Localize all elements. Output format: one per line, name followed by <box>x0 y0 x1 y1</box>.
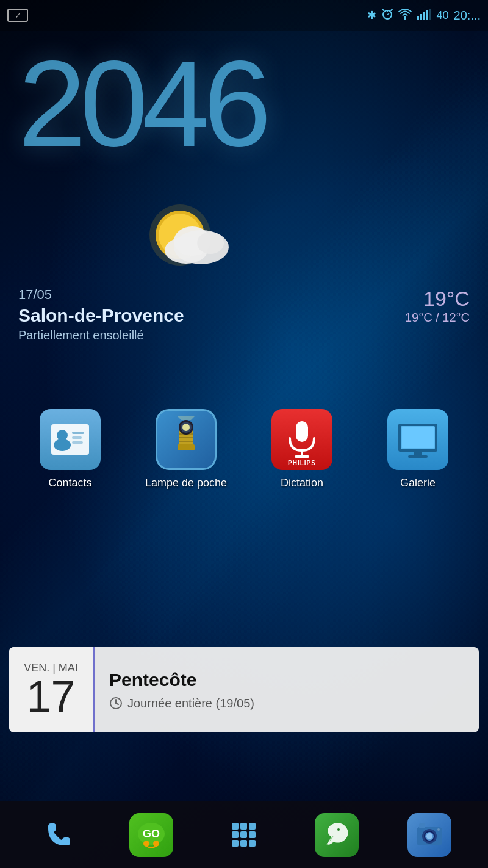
status-bar: ✱ <box>0 0 488 31</box>
svg-rect-21 <box>72 436 82 439</box>
svg-rect-30 <box>179 437 193 438</box>
calendar-date-section: VEN. | MAI 17 <box>9 647 95 732</box>
svg-rect-24 <box>178 444 195 450</box>
weather-temperature: 19°C <box>405 287 470 311</box>
svg-rect-37 <box>402 427 434 448</box>
svg-rect-52 <box>240 831 247 838</box>
wifi-icon <box>398 9 412 23</box>
dock-item-phone[interactable] <box>34 811 83 859</box>
app-drawer-icon <box>228 819 260 851</box>
svg-rect-17 <box>51 424 89 455</box>
dolphin-icon <box>320 819 353 852</box>
gallery-icon <box>387 409 448 470</box>
flashlight-icon <box>156 409 217 470</box>
svg-point-16 <box>197 232 224 254</box>
calendar-widget[interactable]: VEN. | MAI 17 Pentecôte Journée entière … <box>9 647 479 732</box>
weather-range: 19°C / 12°C <box>405 311 470 325</box>
dock-item-go-sms[interactable]: GO <box>127 811 176 859</box>
svg-rect-9 <box>429 9 431 20</box>
weather-description: Partiellement ensoleillé <box>18 328 184 342</box>
app-row: Contacts Lampe de poche <box>0 409 488 490</box>
svg-rect-54 <box>232 840 239 847</box>
signal-icon <box>417 9 431 23</box>
svg-rect-56 <box>249 840 256 847</box>
dock-item-camera[interactable] <box>405 811 454 859</box>
svg-point-57 <box>337 828 340 831</box>
battery-level: 40 <box>436 9 448 22</box>
calendar-event-time: Journée entière (19/05) <box>109 696 254 711</box>
dictation-label: Dictation <box>281 476 323 490</box>
go-sms-icon: GO <box>134 818 168 852</box>
svg-rect-8 <box>426 10 428 20</box>
dock: GO <box>0 801 488 868</box>
svg-rect-51 <box>232 831 239 838</box>
svg-line-3 <box>382 9 384 10</box>
clock-icon <box>109 696 123 710</box>
weather-widget: 17/05 Salon-de-Provence Partiellement en… <box>0 287 488 342</box>
bluetooth-icon: ✱ <box>367 9 376 22</box>
weather-city: Salon-de-Provence <box>18 305 184 326</box>
svg-rect-22 <box>72 441 83 444</box>
svg-rect-53 <box>249 831 256 838</box>
clock-widget: 2046 <box>18 43 470 165</box>
weather-icon <box>134 189 244 275</box>
dock-item-dolphin[interactable] <box>312 811 361 859</box>
app-item-dictation[interactable]: PHILIPS Dictation <box>259 409 345 490</box>
contacts-label: Contacts <box>48 476 92 490</box>
dock-item-app-drawer[interactable] <box>220 811 268 859</box>
svg-rect-50 <box>249 823 256 830</box>
clock-time: 2046 <box>18 43 470 165</box>
svg-point-62 <box>426 833 432 839</box>
svg-point-27 <box>182 424 190 431</box>
dictation-icon: PHILIPS <box>271 409 332 470</box>
camera-icon <box>413 819 446 852</box>
calendar-event-time-text: Journée entière (19/05) <box>127 696 254 711</box>
svg-rect-5 <box>417 16 419 20</box>
calendar-event-title: Pentecôte <box>109 670 254 690</box>
status-left <box>7 9 28 22</box>
app-item-gallery[interactable]: Galerie <box>375 409 461 490</box>
svg-rect-31 <box>179 441 193 442</box>
svg-rect-29 <box>179 433 193 435</box>
svg-rect-20 <box>72 432 84 434</box>
alarm-icon <box>381 8 393 23</box>
flashlight-label: Lampe de poche <box>145 476 227 490</box>
svg-marker-28 <box>178 416 195 420</box>
svg-point-19 <box>54 439 71 451</box>
clock-status: 20:... <box>454 9 481 23</box>
svg-rect-49 <box>240 823 247 830</box>
svg-rect-55 <box>240 840 247 847</box>
svg-line-4 <box>391 9 392 10</box>
svg-line-2 <box>387 13 389 15</box>
svg-point-64 <box>437 828 440 831</box>
contacts-icon <box>40 409 101 470</box>
svg-text:GO: GO <box>143 828 160 840</box>
status-right: ✱ <box>367 8 481 23</box>
phone-icon <box>42 819 75 852</box>
svg-rect-7 <box>423 12 425 20</box>
svg-rect-63 <box>419 823 425 828</box>
svg-rect-32 <box>296 421 308 442</box>
svg-rect-39 <box>408 455 428 458</box>
calendar-day-number: 17 <box>26 675 75 718</box>
svg-rect-6 <box>420 14 422 20</box>
notification-icon <box>7 9 28 22</box>
app-item-contacts[interactable]: Contacts <box>27 409 113 490</box>
app-item-flashlight[interactable]: Lampe de poche <box>143 409 229 490</box>
svg-line-42 <box>116 703 118 704</box>
weather-date: 17/05 <box>18 287 184 303</box>
gallery-label: Galerie <box>400 476 436 490</box>
svg-rect-48 <box>232 823 239 830</box>
calendar-event-section: Pentecôte Journée entière (19/05) <box>95 647 269 732</box>
